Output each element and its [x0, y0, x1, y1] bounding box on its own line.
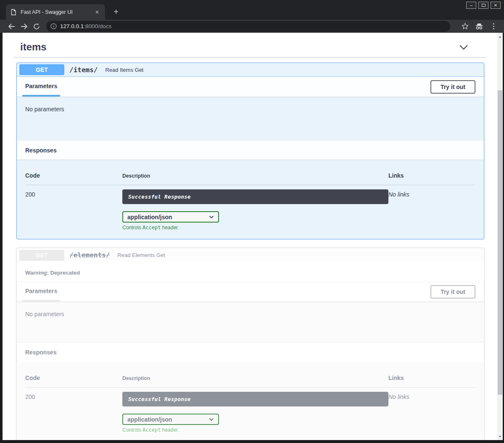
parameters-header: Parameters Try it out — [17, 77, 484, 97]
parameters-body: No parameters — [17, 97, 484, 141]
endpoint-summary: Read Elements Get — [117, 252, 165, 258]
page-scrollbar[interactable]: ▲ ▼ — [497, 33, 503, 440]
back-button[interactable] — [5, 21, 18, 32]
url-host: 127.0.0.1 — [60, 23, 84, 29]
opblock-summary[interactable]: GET /elements/ Read Elements Get — [17, 248, 484, 262]
response-description: Successful Response — [122, 189, 388, 204]
code-column-header: Code — [25, 375, 122, 381]
responses-body: Code Description Links 200 Successful Re… — [17, 160, 484, 239]
browser-toolbar: 127.0.0.1:8000/docs ⋮ — [0, 20, 504, 33]
response-description: Successful Response — [122, 392, 388, 406]
new-tab-button[interactable]: + — [110, 6, 122, 18]
description-column-header: Description — [122, 375, 388, 381]
response-links: No links — [388, 392, 475, 433]
table-row: 200 Successful Response application/json… — [25, 185, 475, 231]
maximize-button[interactable] — [478, 2, 488, 9]
links-column-header: Links — [388, 172, 475, 179]
media-type-note: Controls Accept header. — [122, 225, 388, 231]
media-type-value: application/json — [127, 416, 172, 423]
browser-tab[interactable]: Fast API - Swagger UI ✕ — [6, 4, 105, 20]
browser-menu-icon[interactable]: ⋮ — [488, 21, 499, 32]
close-window-button[interactable]: ✕ — [491, 2, 501, 9]
tab-parameters[interactable]: Parameters — [22, 282, 60, 301]
response-code: 200 — [25, 189, 122, 231]
try-it-out-button[interactable]: Try it out — [430, 285, 475, 299]
parameters-header: Parameters Try it out — [17, 282, 484, 301]
scroll-up-icon[interactable]: ▲ — [497, 34, 503, 39]
media-type-select[interactable]: application/json — [122, 414, 219, 425]
try-it-out-button[interactable]: Try it out — [430, 80, 475, 94]
bookmark-star-icon[interactable] — [459, 21, 470, 32]
window-controls: – ✕ — [466, 2, 501, 9]
url-path: :8000/docs — [84, 23, 111, 29]
scrollbar-thumb[interactable] — [498, 90, 502, 395]
browser-window: Fast API - Swagger UI ✕ + – ✕ — [0, 0, 504, 443]
description-column-header: Description — [122, 172, 388, 179]
responses-header: Responses — [17, 342, 484, 362]
tag-section-header[interactable]: items — [14, 38, 487, 58]
minimize-icon: – — [470, 3, 472, 8]
responses-table-head: Code Description Links — [25, 172, 475, 185]
response-links: No links — [388, 189, 475, 231]
chevron-down-icon — [209, 215, 214, 219]
maximize-icon — [482, 4, 486, 7]
no-parameters-text: No parameters — [25, 106, 64, 113]
site-info-icon[interactable] — [50, 23, 57, 29]
tab-close-icon[interactable]: ✕ — [93, 8, 101, 16]
code-column-header: Code — [25, 172, 122, 179]
forward-button[interactable] — [18, 21, 30, 32]
scroll-down-icon[interactable]: ▼ — [497, 433, 503, 439]
tab-title: Fast API - Swagger UI — [21, 9, 90, 15]
parameters-body: No parameters — [17, 301, 484, 342]
page-favicon-icon — [10, 9, 17, 16]
url-text: 127.0.0.1:8000/docs — [60, 23, 111, 29]
responses-title: Responses — [25, 349, 57, 356]
tag-title: items — [20, 41, 47, 53]
minimize-button[interactable]: – — [466, 2, 476, 9]
responses-header: Responses — [17, 141, 484, 160]
links-column-header: Links — [388, 375, 475, 381]
close-icon: ✕ — [494, 3, 497, 8]
chevron-down-icon — [209, 418, 214, 421]
table-row: 200 Successful Response application/json… — [25, 388, 475, 433]
endpoint-summary: Read Items Get — [105, 67, 143, 73]
media-type-value: application/json — [127, 214, 172, 220]
opblock-get-elements-deprecated: GET /elements/ Read Elements Get Warning… — [16, 248, 484, 440]
method-badge: GET — [19, 250, 64, 261]
incognito-icon — [474, 21, 485, 32]
responses-title: Responses — [25, 147, 57, 154]
tab-parameters[interactable]: Parameters — [22, 77, 60, 97]
method-badge: GET — [19, 64, 64, 75]
collapse-chevron-icon[interactable] — [459, 45, 468, 50]
endpoint-path: /elements/ — [69, 251, 110, 259]
response-code: 200 — [25, 392, 122, 433]
reload-button[interactable] — [30, 21, 43, 32]
responses-body: Code Description Links 200 Successful Re… — [17, 362, 484, 440]
address-bar[interactable]: 127.0.0.1:8000/docs — [46, 21, 450, 32]
opblock-summary[interactable]: GET /items/ Read Items Get — [17, 63, 484, 77]
endpoint-path: /items/ — [69, 66, 98, 74]
no-parameters-text: No parameters — [25, 311, 64, 317]
deprecated-warning: Warning: Deprecated — [17, 262, 484, 282]
tab-strip: Fast API - Swagger UI ✕ + – ✕ — [0, 0, 504, 20]
opblock-get-items: GET /items/ Read Items Get Parameters Tr… — [16, 63, 484, 239]
media-type-note: Controls Accept header. — [122, 427, 388, 433]
responses-table-head: Code Description Links — [25, 375, 475, 388]
media-type-select[interactable]: application/json — [122, 211, 219, 223]
swagger-page: items GET /items/ Read Items Get Paramet… — [3, 33, 497, 440]
